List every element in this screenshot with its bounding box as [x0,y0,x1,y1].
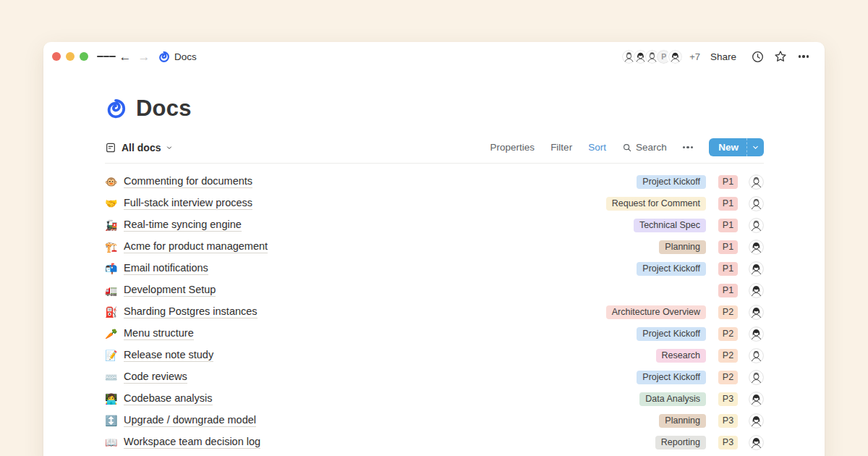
share-button[interactable]: Share [710,51,736,62]
doc-title-link[interactable]: Code reviews [124,371,187,384]
doc-type-tag[interactable]: Project Kickoff [637,327,706,341]
assignee-avatar[interactable] [749,305,764,320]
doc-row[interactable]: 🦜 Performance feedback Research P3 [105,453,764,456]
assignee-avatar[interactable] [749,413,764,428]
doc-row[interactable]: ⌨️ Code reviews Project Kickoff P2 [105,366,764,388]
priority-badge[interactable]: P1 [718,197,738,211]
assignee-avatar[interactable] [749,174,764,190]
new-doc-button[interactable]: New [709,138,764,156]
priority-badge[interactable]: P1 [718,262,738,276]
doc-emoji-icon: 🤝 [105,198,119,208]
close-window-button[interactable] [52,52,61,61]
doc-type-tag[interactable]: Planning [659,414,706,428]
assignee-avatar[interactable] [749,240,764,255]
doc-row[interactable]: 🏗️ Acme for product management Planning … [105,236,764,258]
doc-title-link[interactable]: Upgrade / downgrade model [124,414,256,427]
doc-type-tag[interactable]: Project Kickoff [637,371,706,384]
doc-title-link[interactable]: Acme for product management [124,240,268,253]
doc-row[interactable]: ⛽ Sharding Postgres instances Architectu… [105,301,764,323]
doc-title-link[interactable]: Real-time syncing engine [124,219,242,232]
doc-emoji-icon: 🐵 [105,177,119,187]
assignee-avatar[interactable] [749,435,764,450]
priority-badge[interactable]: P2 [718,371,738,384]
priority-badge[interactable]: P2 [718,327,738,341]
new-doc-button-label: New [709,142,746,153]
doc-title-link[interactable]: Sharding Postgres instances [124,305,258,318]
chevron-down-icon [752,143,760,151]
priority-badge[interactable]: P3 [718,436,738,449]
doc-row[interactable]: 📬 Email notifications Project Kickoff P1 [105,258,764,279]
priority-badge[interactable]: P1 [718,284,738,297]
doc-type-tag[interactable]: Data Analysis [639,392,706,406]
doc-row[interactable]: 🚂 Real-time syncing engine Technical Spe… [105,214,764,236]
maximize-window-button[interactable] [80,52,88,61]
filter-button[interactable]: Filter [550,142,572,153]
avatar-overflow-count[interactable]: +7 [689,51,700,62]
doc-type-tag[interactable]: Reporting [655,436,706,449]
doc-type-tag[interactable]: Research [656,349,707,363]
priority-badge[interactable]: P2 [718,349,738,363]
doc-row[interactable]: 🚛 Development Setup P1 [105,279,764,301]
search-label: Search [636,142,667,153]
doc-row[interactable]: 📝 Release note study Research P2 [105,345,764,366]
priority-badge[interactable]: P3 [718,414,738,428]
docs-page-logo-icon [105,98,127,119]
collaborator-avatars[interactable]: P [621,48,684,65]
priority-badge[interactable]: P1 [718,240,738,254]
assignee-avatar[interactable] [749,196,764,211]
doc-title-link[interactable]: Full-stack interview process [124,197,252,210]
assignee-avatar[interactable] [749,370,764,385]
toolbar-more-icon[interactable] [683,146,694,148]
priority-badge[interactable]: P2 [718,305,738,319]
doc-title-link[interactable]: Menu structure [124,327,194,340]
page-title: Docs [136,96,192,122]
doc-row[interactable]: 🥕 Menu structure Project Kickoff P2 [105,323,764,345]
priority-badge[interactable]: P1 [718,175,738,189]
assignee-avatar[interactable] [749,283,764,298]
doc-row[interactable]: ↕️ Upgrade / downgrade model Planning P3 [105,410,764,431]
doc-emoji-icon: 🚂 [105,220,119,230]
doc-type-tag[interactable]: Technical Spec [634,219,706,232]
doc-title-link[interactable]: Email notifications [124,262,208,275]
view-selector-dropdown[interactable]: All docs [105,142,173,153]
assignee-avatar[interactable] [749,392,764,407]
doc-title-link[interactable]: Development Setup [124,284,216,297]
doc-row[interactable]: 🤝 Full-stack interview process Request f… [105,193,764,214]
assignee-avatar[interactable] [749,326,764,342]
back-arrow-icon[interactable]: ← [116,47,135,66]
doc-title-link[interactable]: Commenting for documents [124,175,252,188]
forward-arrow-icon[interactable]: → [135,47,153,66]
doc-type-tag[interactable]: Architecture Overview [606,305,706,319]
assignee-avatar[interactable] [749,348,764,363]
doc-title-link[interactable]: Workspace team decision log [124,436,260,449]
menu-icon[interactable] [97,47,116,66]
search-button[interactable]: Search [622,142,667,153]
properties-button[interactable]: Properties [490,142,535,153]
table-controls: All docs Properties Filter Sort Search [105,138,764,156]
collaborator-avatar[interactable] [667,48,684,65]
doc-type-tag[interactable]: Project Kickoff [637,175,706,189]
assignee-avatar[interactable] [749,218,764,233]
priority-badge[interactable]: P1 [718,219,738,232]
doc-row[interactable]: 📖 Workspace team decision log Reporting … [105,431,764,453]
doc-row[interactable]: 🐵 Commenting for documents Project Kicko… [105,171,764,193]
titlebar: ← → Docs P +7 Share [43,42,825,71]
search-icon [622,143,632,153]
assignee-avatar[interactable] [749,261,764,276]
doc-emoji-icon: ⛽ [105,307,119,317]
doc-title-link[interactable]: Codebase analysis [124,392,213,405]
doc-row[interactable]: 👩‍💻 Codebase analysis Data Analysis P3 [105,388,764,410]
doc-type-tag[interactable]: Project Kickoff [637,262,706,276]
more-options-icon[interactable] [794,47,813,66]
app-window: ← → Docs P +7 Share Docs [43,42,825,456]
doc-type-tag[interactable]: Request for Comment [606,197,706,211]
star-favorite-icon[interactable] [771,47,790,66]
new-doc-dropdown[interactable] [746,138,764,156]
doc-title-link[interactable]: Release note study [124,349,213,362]
doc-type-tag[interactable]: Planning [659,240,706,254]
sort-button[interactable]: Sort [588,142,606,153]
priority-badge[interactable]: P3 [718,392,738,406]
doc-emoji-icon: 📖 [105,437,119,447]
minimize-window-button[interactable] [66,52,75,61]
history-clock-icon[interactable] [748,47,767,66]
